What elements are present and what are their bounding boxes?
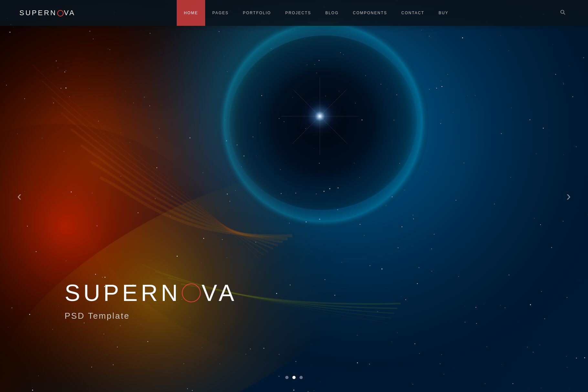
nav-link-contact[interactable]: CONTACT (394, 0, 431, 26)
hero-section: SUPERN VA HOMEPAGESPORTFOLIOPROJECTSBLOG… (0, 0, 588, 392)
slider-dot-0[interactable] (285, 376, 289, 379)
logo-text-after: VA (64, 9, 76, 17)
logo[interactable]: SUPERN VA (19, 9, 75, 17)
hero-content: SUPERN VA PSD Template (65, 281, 237, 321)
nebula-background (0, 0, 588, 392)
nav-link-pages[interactable]: PAGES (205, 0, 236, 26)
nav-link-buy[interactable]: BUY (431, 0, 456, 26)
slider-dot-2[interactable] (299, 376, 303, 379)
slider-dots (285, 376, 303, 379)
nav-link-home[interactable]: HOME (177, 0, 205, 26)
nav-item-buy: BUY (431, 0, 456, 26)
slider-dot-1[interactable] (292, 376, 296, 379)
svg-point-0 (561, 10, 564, 14)
hero-title-o (182, 284, 201, 302)
nav-item-blog: BLOG (318, 0, 346, 26)
hero-title-before: SUPERN (65, 281, 181, 304)
logo-text-before: SUPERN (19, 9, 57, 17)
nav-link-portfolio[interactable]: PORTFOLIO (236, 0, 278, 26)
nav-item-contact: CONTACT (394, 0, 431, 26)
navbar: SUPERN VA HOMEPAGESPORTFOLIOPROJECTSBLOG… (0, 0, 588, 26)
svg-line-1 (564, 13, 565, 15)
logo-o-circle (57, 10, 64, 16)
hero-title-after: VA (202, 281, 237, 304)
nav-link-components[interactable]: COMPONENTS (346, 0, 394, 26)
nav-link-projects[interactable]: PROJECTS (278, 0, 318, 26)
nav-item-components: COMPONENTS (346, 0, 394, 26)
hero-title: SUPERN VA (65, 281, 237, 304)
nav-item-pages: PAGES (205, 0, 236, 26)
search-icon[interactable] (557, 10, 569, 16)
hero-subtitle: PSD Template (65, 311, 237, 321)
nav-item-portfolio: PORTFOLIO (236, 0, 278, 26)
nav-item-projects: PROJECTS (278, 0, 318, 26)
slider-next-button[interactable]: › (559, 186, 578, 206)
nav-links: HOMEPAGESPORTFOLIOPROJECTSBLOGCOMPONENTS… (177, 0, 456, 26)
nav-item-home: HOME (177, 0, 205, 26)
slider-prev-button[interactable]: ‹ (10, 186, 29, 206)
nav-link-blog[interactable]: BLOG (318, 0, 346, 26)
